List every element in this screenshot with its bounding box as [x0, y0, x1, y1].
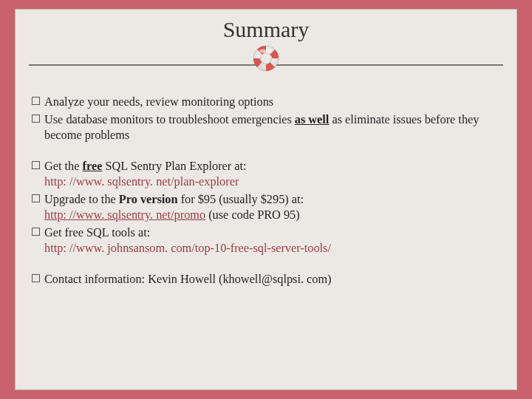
bullet-group: Analyze your needs, review monitoring op… [32, 94, 500, 143]
bullet-text: Get free SQL tools at: http: //www. john… [44, 225, 500, 256]
checkbox-icon [32, 161, 40, 169]
bullet-item: Get free SQL tools at: http: //www. john… [32, 225, 500, 256]
bullet-text: Contact information: Kevin Howell (khowe… [44, 271, 500, 287]
bullet-item: Get the free SQL Sentry Plan Explorer at… [32, 158, 500, 190]
bullet-item: Upgrade to the Pro version for $95 (usua… [32, 191, 500, 223]
svg-point-2 [259, 50, 267, 53]
checkbox-icon [32, 115, 40, 123]
slide-title: Summary [16, 17, 516, 42]
lifebuoy-icon [251, 44, 281, 73]
bullet-item: Use database monitors to troubleshoot em… [32, 112, 500, 143]
bullet-item: Analyze your needs, review monitoring op… [32, 94, 500, 110]
checkbox-icon [32, 274, 40, 282]
lifebuoy-icon-wrap [16, 44, 516, 76]
slide: Summary Analyze your needs, revie [0, 0, 532, 399]
content: Analyze your needs, review monitoring op… [16, 94, 516, 287]
title-area: Summary [16, 10, 516, 42]
bullet-text: Analyze your needs, review monitoring op… [44, 94, 500, 110]
bullet-text: Use database monitors to troubleshoot em… [44, 112, 500, 143]
checkbox-icon [32, 194, 40, 202]
bullet-text: Upgrade to the Pro version for $95 (usua… [44, 191, 500, 223]
bullet-group: Contact information: Kevin Howell (khowe… [32, 271, 500, 287]
checkbox-icon [32, 228, 40, 236]
svg-point-1 [261, 53, 272, 64]
bullet-item: Contact information: Kevin Howell (khowe… [32, 271, 500, 287]
bullet-text: Get the free SQL Sentry Plan Explorer at… [44, 158, 500, 190]
bullet-group: Get the free SQL Sentry Plan Explorer at… [32, 158, 500, 256]
slide-inner: Summary Analyze your needs, revie [15, 9, 517, 390]
checkbox-icon [32, 97, 40, 105]
